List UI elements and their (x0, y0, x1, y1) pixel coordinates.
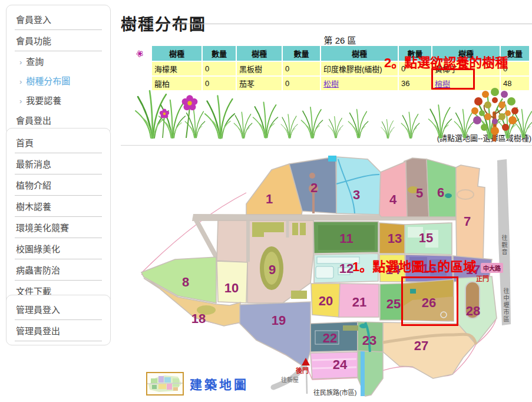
region-19[interactable] (240, 302, 310, 366)
region-8-label[interactable]: 8 (182, 275, 189, 289)
sidebar-item-tree-adoption[interactable]: 樹木認養 (15, 196, 102, 217)
district-label: 第 26 區 (151, 34, 529, 46)
content-divider (121, 145, 532, 146)
sidebar-item-beautify-contest[interactable]: 環境美化競賽 (15, 217, 102, 238)
qty-cell: 0 (283, 62, 320, 75)
region-24-label[interactable]: 24 (333, 357, 348, 372)
page: 會員登入 會員功能 ›查詢 ›樹種分布圖 ›我要認養 會員登出 首頁 最新消息 … (0, 0, 532, 402)
region-20-label[interactable]: 20 (319, 294, 333, 308)
region-7-label[interactable]: 7 (464, 214, 471, 229)
site-nav-box: 首頁 最新消息 植物介紹 樹木認養 環境美化競賽 校園綠美化 病蟲害防治 文件下… (6, 128, 111, 306)
sidebar-item-member-functions[interactable]: 會員功能 (15, 30, 102, 51)
region-3[interactable] (336, 157, 381, 215)
region-5-label[interactable]: 5 (416, 186, 423, 200)
stream-strip (361, 351, 365, 396)
annotation-step2: 2。點選欲認養的樹種 (384, 52, 508, 71)
region-23-label[interactable]: 23 (362, 333, 376, 348)
species-cell: 海檬果 (152, 62, 201, 75)
sidebar-item-pest-control[interactable]: 病蟲害防治 (15, 259, 102, 281)
highlight-box-banyan (431, 68, 475, 90)
sidebar-item-member-login[interactable]: 會員登入 (15, 9, 102, 30)
sidebar-item-label: 查詢 (26, 57, 44, 67)
zhongda-road-label: 中大路 (481, 263, 503, 273)
sidebar-item-home[interactable]: 首頁 (15, 132, 102, 153)
sidebar-item-admin-logout[interactable]: 管理員登出 (15, 320, 102, 341)
region-1-label[interactable]: 1 (266, 192, 273, 206)
to-minzu-road-label: 往民族路(市區) (313, 387, 356, 397)
back-gate-label: 後門 (296, 365, 309, 375)
member-nav-box: 會員登入 會員功能 ›查詢 ›樹種分布圖 ›我要認養 會員登出 (6, 5, 111, 135)
region-3-label[interactable]: 3 (353, 187, 360, 202)
grass-decoration (134, 87, 532, 141)
building-map-thumbnail[interactable] (146, 372, 184, 396)
region-15-label[interactable]: 15 (419, 230, 433, 245)
col-header-qty: 數量 (203, 46, 236, 61)
building-map-link[interactable]: 建築地圖 (146, 372, 249, 396)
region-21-label[interactable]: 21 (352, 295, 366, 309)
sidebar-item-species-map[interactable]: ›樹種分布圖 (15, 71, 102, 90)
flower-icon: ❀ (134, 47, 146, 60)
building-map-label[interactable]: 建築地圖 (190, 375, 249, 393)
region-19-label[interactable]: 19 (272, 313, 286, 328)
sidebar-item-campus-green[interactable]: 校園綠美化 (15, 238, 102, 259)
region-6-label[interactable]: 6 (437, 185, 444, 200)
sidebar-item-news[interactable]: 最新消息 (15, 153, 102, 174)
grass-tufts (136, 91, 532, 138)
region-12-label[interactable]: 12 (339, 261, 353, 276)
region-4[interactable] (379, 162, 407, 217)
admin-nav-box: 管理員登入 管理員登出 (6, 295, 111, 345)
main-gate-label: 正門 (476, 274, 489, 283)
to-xinwu-label: 往新屋 (281, 375, 299, 384)
decorative-tree (471, 88, 518, 140)
highlight-box-region-26 (401, 276, 458, 326)
col-header-species: 樹種 (152, 46, 201, 61)
region-10-label[interactable]: 10 (224, 281, 239, 295)
qty-cell: 0 (203, 62, 236, 75)
col-header-species: 樹種 (237, 46, 282, 61)
region-8[interactable] (141, 257, 216, 303)
sidebar-item-query[interactable]: ›查詢 (15, 51, 102, 71)
sidebar-item-admin-login[interactable]: 管理員登入 (15, 299, 102, 320)
region-25-label[interactable]: 25 (386, 296, 401, 311)
chevron-right-icon: › (19, 77, 22, 86)
region-7[interactable] (456, 165, 485, 261)
region-27[interactable] (383, 322, 475, 378)
grass-flowers (160, 95, 197, 138)
col-header-qty: 數量 (283, 46, 320, 61)
sidebar-item-label: 我要認養 (26, 95, 61, 106)
sidebar-item-label: 樹種分布圖 (26, 76, 70, 86)
annotation-step1: 1。點選地圖上的區域 (352, 256, 476, 275)
region-11-label[interactable]: 11 (339, 231, 353, 246)
chevron-right-icon: › (19, 58, 22, 67)
chevron-right-icon: › (19, 97, 22, 106)
campus-map: 1 2 3 4 5 6 7 8 9 10 11 12 13 14 15 16 1… (136, 147, 532, 402)
region-2-label[interactable]: 2 (310, 180, 318, 195)
to-guanyin-label: 往觀音 (500, 235, 508, 256)
species-cell: 黑板樹 (237, 62, 282, 75)
region-9-label[interactable]: 9 (269, 262, 276, 277)
title-divider (121, 24, 532, 24)
region-22-label[interactable]: 22 (323, 331, 337, 345)
region-28-label[interactable]: 28 (466, 304, 480, 318)
sidebar-item-plants[interactable]: 植物介紹 (15, 174, 102, 196)
sidebar-item-adopt[interactable]: ›我要認養 (15, 90, 102, 110)
region-13-label[interactable]: 13 (388, 231, 402, 246)
region-18-label[interactable]: 18 (191, 311, 206, 326)
region-4-label[interactable]: 4 (389, 192, 397, 207)
to-zhongli-label: 往中壢市區 (501, 288, 510, 323)
building-map-mini (147, 373, 183, 394)
region-27-label[interactable]: 27 (414, 338, 428, 353)
